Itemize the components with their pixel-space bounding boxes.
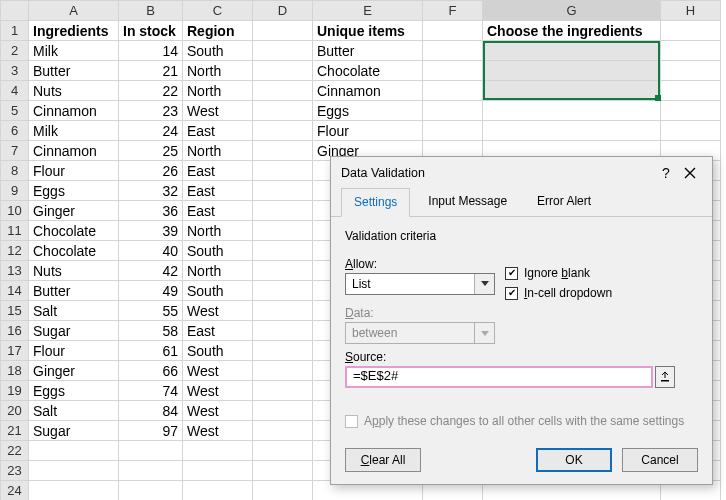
cell-B15[interactable]: 55 — [119, 301, 183, 321]
cell-B4[interactable]: 22 — [119, 81, 183, 101]
row-header[interactable]: 11 — [1, 221, 29, 241]
cell-D2[interactable] — [253, 41, 313, 61]
cell-A18[interactable]: Ginger — [29, 361, 119, 381]
cell-C5[interactable]: West — [183, 101, 253, 121]
cell-D24[interactable] — [253, 481, 313, 501]
col-header-A[interactable]: A — [29, 1, 119, 21]
cell-H2[interactable] — [661, 41, 721, 61]
cell-C13[interactable]: North — [183, 261, 253, 281]
cell-F5[interactable] — [423, 101, 483, 121]
row-header[interactable]: 9 — [1, 181, 29, 201]
cell-H1[interactable] — [661, 21, 721, 41]
cell-A15[interactable]: Salt — [29, 301, 119, 321]
row-header[interactable]: 19 — [1, 381, 29, 401]
clear-all-button[interactable]: Clear All — [345, 448, 421, 472]
cell-E6[interactable]: Flour — [313, 121, 423, 141]
cell-F6[interactable] — [423, 121, 483, 141]
cell-C2[interactable]: South — [183, 41, 253, 61]
cell-B9[interactable]: 32 — [119, 181, 183, 201]
cell-C17[interactable]: South — [183, 341, 253, 361]
cell-D23[interactable] — [253, 461, 313, 481]
row-header[interactable]: 13 — [1, 261, 29, 281]
dialog-titlebar[interactable]: Data Validation ? — [331, 157, 712, 187]
cell-E5[interactable]: Eggs — [313, 101, 423, 121]
source-input[interactable]: =$E$2# — [345, 366, 653, 388]
cell-D10[interactable] — [253, 201, 313, 221]
cell-F2[interactable] — [423, 41, 483, 61]
cell-C1[interactable]: Region — [183, 21, 253, 41]
range-selector-button[interactable] — [655, 366, 675, 388]
col-header-C[interactable]: C — [183, 1, 253, 21]
cell-A3[interactable]: Butter — [29, 61, 119, 81]
row-header[interactable]: 21 — [1, 421, 29, 441]
cell-B14[interactable]: 49 — [119, 281, 183, 301]
cell-B13[interactable]: 42 — [119, 261, 183, 281]
cell-H4[interactable] — [661, 81, 721, 101]
cell-B3[interactable]: 21 — [119, 61, 183, 81]
cell-A23[interactable] — [29, 461, 119, 481]
cell-B1[interactable]: In stock — [119, 21, 183, 41]
cell-D17[interactable] — [253, 341, 313, 361]
cancel-button[interactable]: Cancel — [622, 448, 698, 472]
cell-B6[interactable]: 24 — [119, 121, 183, 141]
col-header-B[interactable]: B — [119, 1, 183, 21]
row-header[interactable]: 16 — [1, 321, 29, 341]
cell-C18[interactable]: West — [183, 361, 253, 381]
cell-C23[interactable] — [183, 461, 253, 481]
cell-G5[interactable] — [483, 101, 661, 121]
cell-H5[interactable] — [661, 101, 721, 121]
cell-F4[interactable] — [423, 81, 483, 101]
cell-F1[interactable] — [423, 21, 483, 41]
cell-B18[interactable]: 66 — [119, 361, 183, 381]
cell-D14[interactable] — [253, 281, 313, 301]
cell-A20[interactable]: Salt — [29, 401, 119, 421]
cell-B17[interactable]: 61 — [119, 341, 183, 361]
cell-A13[interactable]: Nuts — [29, 261, 119, 281]
row-header[interactable]: 12 — [1, 241, 29, 261]
cell-A24[interactable] — [29, 481, 119, 501]
col-header-E[interactable]: E — [313, 1, 423, 21]
cell-C4[interactable]: North — [183, 81, 253, 101]
cell-D1[interactable] — [253, 21, 313, 41]
cell-C16[interactable]: East — [183, 321, 253, 341]
row-header[interactable]: 15 — [1, 301, 29, 321]
row-header[interactable]: 20 — [1, 401, 29, 421]
cell-E4[interactable]: Cinnamon — [313, 81, 423, 101]
cell-C9[interactable]: East — [183, 181, 253, 201]
cell-C14[interactable]: South — [183, 281, 253, 301]
cell-C3[interactable]: North — [183, 61, 253, 81]
cell-B11[interactable]: 39 — [119, 221, 183, 241]
cell-D15[interactable] — [253, 301, 313, 321]
cell-D11[interactable] — [253, 221, 313, 241]
col-header-H[interactable]: H — [661, 1, 721, 21]
cell-A2[interactable]: Milk — [29, 41, 119, 61]
cell-F3[interactable] — [423, 61, 483, 81]
allow-dropdown[interactable]: List — [345, 273, 495, 295]
cell-C6[interactable]: East — [183, 121, 253, 141]
ok-button[interactable]: OK — [536, 448, 612, 472]
tab-error-alert[interactable]: Error Alert — [525, 188, 603, 217]
col-header-G[interactable]: G — [483, 1, 661, 21]
cell-B12[interactable]: 40 — [119, 241, 183, 261]
cell-A17[interactable]: Flour — [29, 341, 119, 361]
row-header[interactable]: 8 — [1, 161, 29, 181]
col-header-F[interactable]: F — [423, 1, 483, 21]
row-header[interactable]: 2 — [1, 41, 29, 61]
cell-A4[interactable]: Nuts — [29, 81, 119, 101]
cell-B19[interactable]: 74 — [119, 381, 183, 401]
cell-H6[interactable] — [661, 121, 721, 141]
cell-B16[interactable]: 58 — [119, 321, 183, 341]
cell-A19[interactable]: Eggs — [29, 381, 119, 401]
cell-A16[interactable]: Sugar — [29, 321, 119, 341]
cell-A22[interactable] — [29, 441, 119, 461]
row-header[interactable]: 6 — [1, 121, 29, 141]
cell-G6[interactable] — [483, 121, 661, 141]
row-header[interactable]: 3 — [1, 61, 29, 81]
cell-B22[interactable] — [119, 441, 183, 461]
cell-D7[interactable] — [253, 141, 313, 161]
cell-A9[interactable]: Eggs — [29, 181, 119, 201]
row-header[interactable]: 1 — [1, 21, 29, 41]
cell-C12[interactable]: South — [183, 241, 253, 261]
cell-D18[interactable] — [253, 361, 313, 381]
cell-D6[interactable] — [253, 121, 313, 141]
